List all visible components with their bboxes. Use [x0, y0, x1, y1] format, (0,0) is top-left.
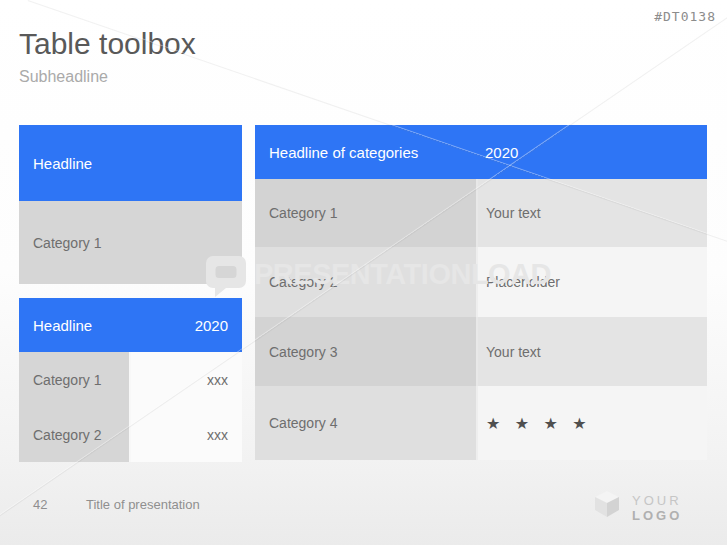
row-value: xxx [131, 352, 242, 407]
table-categories-header-year: 2020 [485, 144, 518, 161]
table-row: Category 4 ★ ★ ★ ★ [255, 386, 707, 460]
row-label: Category 3 [255, 317, 478, 386]
table-simple-header: Headline [19, 125, 242, 201]
logo-word-light: YOUR [632, 493, 682, 508]
cube-icon [592, 489, 622, 523]
row-label: Category 1 [255, 179, 478, 247]
table-categories-header: Headline of categories 2020 [255, 125, 707, 179]
slide: #DT0138 Table toolbox Subheadline Headli… [0, 0, 727, 545]
table-categories-header-label: Headline of categories [269, 144, 418, 161]
row-value: xxx [131, 407, 242, 462]
table-row: Category 1 xxx [19, 352, 242, 407]
row-label: Category 2 [19, 407, 131, 462]
row-value: Your text [478, 179, 707, 247]
row-label: Category 4 [255, 386, 478, 460]
table-two-col-header-year: 2020 [195, 317, 228, 334]
table-row: Category 2 Placeholder [255, 247, 707, 317]
row-value: Placeholder [478, 247, 707, 317]
logo: YOUR LOGO [592, 489, 727, 523]
table-categories: Headline of categories 2020 Category 1 Y… [255, 125, 707, 460]
table-row: Category 1 Your text [255, 179, 707, 247]
table-two-col: Headline 2020 Category 1 xxx Category 2 … [19, 298, 242, 462]
table-two-col-header: Headline 2020 [19, 298, 242, 352]
page-subtitle: Subheadline [19, 68, 108, 86]
table-simple: Headline Category 1 [19, 125, 242, 284]
page-title: Table toolbox [19, 27, 196, 61]
logo-word-bold: LOGO [632, 508, 682, 523]
table-row: Category 2 xxx [19, 407, 242, 462]
row-label: Category 2 [255, 247, 478, 317]
product-code: #DT0138 [654, 9, 716, 24]
row-value: Your text [478, 317, 707, 386]
rating-stars: ★ ★ ★ ★ [478, 386, 707, 460]
presentation-title: Title of presentation [86, 497, 200, 512]
row-label: Category 1 [19, 352, 131, 407]
logo-text: YOUR LOGO [632, 493, 727, 523]
page-number: 42 [33, 497, 47, 512]
table-row: Category 3 Your text [255, 317, 707, 386]
table-row: Category 1 [19, 201, 242, 284]
table-two-col-header-label: Headline [33, 317, 92, 334]
